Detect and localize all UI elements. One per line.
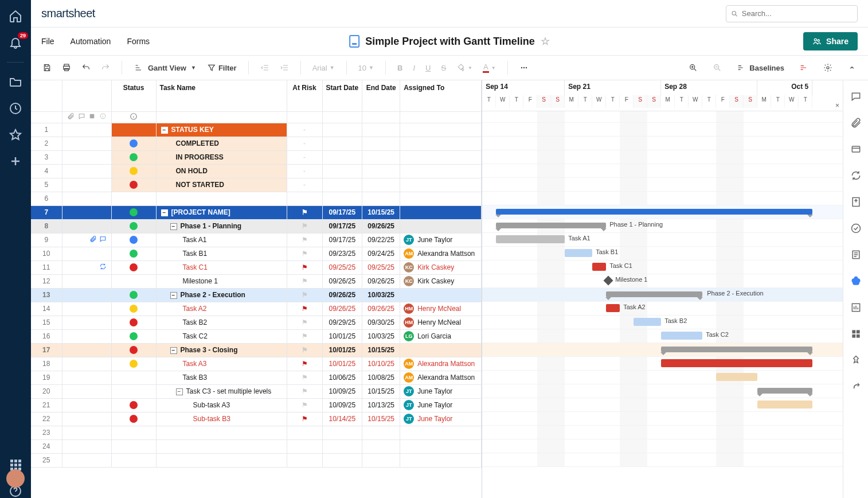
end-date-cell[interactable]: 10/15/25 bbox=[362, 384, 400, 398]
activity-log-icon[interactable] bbox=[850, 223, 862, 234]
gantt-row[interactable] bbox=[482, 192, 843, 205]
gantt-row[interactable]: Milestone 1 bbox=[482, 274, 843, 288]
gantt-row[interactable] bbox=[482, 343, 843, 357]
table-row[interactable]: 25 bbox=[31, 453, 482, 467]
gantt-bar[interactable] bbox=[496, 235, 565, 243]
end-date-cell[interactable]: 09/24/25 bbox=[362, 247, 400, 260]
underline-icon[interactable]: U bbox=[422, 60, 434, 76]
search-box[interactable] bbox=[726, 5, 858, 22]
start-date-cell[interactable]: 10/01/25 bbox=[322, 357, 362, 371]
gantt-row[interactable] bbox=[482, 137, 843, 150]
table-row[interactable]: 14Task A2⚑09/26/2509/26/25HMHenry McNeal bbox=[31, 302, 482, 316]
row-number[interactable]: 6 bbox=[31, 192, 62, 205]
more-icon[interactable] bbox=[516, 60, 532, 76]
start-date-cell[interactable]: 09/25/25 bbox=[322, 260, 362, 274]
share-button[interactable]: Share bbox=[803, 32, 858, 50]
start-date-cell[interactable] bbox=[322, 178, 362, 192]
gantt-row[interactable]: Phase 2 - Execution bbox=[482, 288, 843, 302]
menu-forms[interactable]: Forms bbox=[127, 37, 150, 46]
baselines-button[interactable]: Baselines bbox=[733, 60, 788, 76]
table-row[interactable]: 17−Phase 3 - Closing⚑10/01/2510/15/25 bbox=[31, 343, 482, 357]
row-number[interactable]: 7 bbox=[31, 205, 62, 219]
table-row[interactable]: 6 bbox=[31, 192, 482, 205]
start-date-cell[interactable] bbox=[322, 426, 362, 439]
milestone-marker[interactable] bbox=[604, 276, 613, 286]
row-number[interactable]: 20 bbox=[31, 384, 62, 398]
end-date-cell[interactable]: 09/26/25 bbox=[362, 219, 400, 233]
summary-icon[interactable] bbox=[850, 249, 862, 260]
gantt-row[interactable]: Phase 1 - Planning bbox=[482, 219, 843, 233]
gantt-row[interactable] bbox=[482, 453, 843, 467]
start-date-cell[interactable]: 09/26/25 bbox=[322, 302, 362, 316]
collapse-toggle[interactable]: − bbox=[170, 347, 177, 354]
grid-table[interactable]: Status Task Name At Risk Start Date End … bbox=[31, 80, 482, 468]
collapse-toggle[interactable]: − bbox=[170, 292, 177, 299]
resource-mgmt-icon[interactable] bbox=[850, 328, 862, 340]
row-number[interactable]: 24 bbox=[31, 439, 62, 453]
gantt-row[interactable] bbox=[482, 412, 843, 426]
save-icon[interactable] bbox=[39, 60, 55, 76]
start-date-cell[interactable] bbox=[322, 439, 362, 453]
row-number[interactable]: 17 bbox=[31, 343, 62, 357]
start-date-cell[interactable] bbox=[322, 123, 362, 137]
close-gantt-icon[interactable]: × bbox=[835, 102, 839, 110]
search-input[interactable] bbox=[742, 9, 853, 18]
table-row[interactable]: 16Task C2⚑10/01/2510/03/25LGLori Garcia bbox=[31, 329, 482, 343]
gantt-bar[interactable] bbox=[661, 332, 702, 340]
start-date-cell[interactable]: 10/09/25 bbox=[322, 384, 362, 398]
row-number[interactable]: 8 bbox=[31, 219, 62, 233]
gantt-row[interactable] bbox=[482, 384, 843, 398]
critical-path-icon[interactable] bbox=[796, 60, 812, 76]
row-number[interactable]: 11 bbox=[31, 260, 62, 274]
menu-file[interactable]: File bbox=[41, 37, 54, 46]
col-assigned[interactable]: Assigned To bbox=[400, 80, 482, 111]
zoom-in-icon[interactable] bbox=[685, 60, 701, 76]
start-date-cell[interactable] bbox=[322, 192, 362, 205]
gantt-bar[interactable] bbox=[661, 359, 812, 367]
collapse-toggle[interactable]: − bbox=[161, 127, 168, 134]
row-number[interactable]: 18 bbox=[31, 357, 62, 371]
gantt-bar[interactable] bbox=[716, 373, 757, 381]
table-row[interactable]: 13−Phase 2 - Execution⚑09/26/2510/03/25 bbox=[31, 288, 482, 302]
italic-icon[interactable]: I bbox=[409, 60, 419, 76]
gantt-bar[interactable] bbox=[606, 291, 702, 297]
notifications-icon[interactable]: 29 bbox=[9, 36, 22, 49]
gantt-row[interactable] bbox=[482, 439, 843, 453]
end-date-cell[interactable]: 10/10/25 bbox=[362, 357, 400, 371]
end-date-cell[interactable]: 10/13/25 bbox=[362, 398, 400, 412]
row-number[interactable]: 15 bbox=[31, 316, 62, 329]
table-row[interactable]: 5NOT STARTED- bbox=[31, 178, 482, 192]
gantt-chart[interactable]: Sep 14Sep 21Sep 28Oct 5TWTFSSMTWTFSSMTWT… bbox=[482, 80, 843, 498]
update-requests-icon[interactable] bbox=[850, 170, 862, 181]
table-row[interactable]: 12Milestone 1⚑09/26/2509/26/25KCKirk Cas… bbox=[31, 274, 482, 288]
gantt-row[interactable]: Task A1 bbox=[482, 233, 843, 247]
gantt-bar[interactable] bbox=[661, 347, 812, 352]
gantt-bar[interactable] bbox=[757, 400, 812, 408]
row-number[interactable]: 12 bbox=[31, 274, 62, 288]
row-number[interactable]: 23 bbox=[31, 426, 62, 439]
gantt-bar[interactable] bbox=[592, 263, 606, 271]
folder-icon[interactable] bbox=[9, 75, 22, 89]
gantt-row[interactable]: Task B1 bbox=[482, 247, 843, 260]
proofs-icon[interactable] bbox=[850, 143, 862, 155]
collapse-toggle[interactable]: − bbox=[170, 223, 177, 230]
favorite-star-icon[interactable]: ☆ bbox=[541, 35, 550, 48]
gantt-row[interactable] bbox=[482, 123, 843, 137]
conversations-icon[interactable] bbox=[850, 91, 862, 102]
col-risk[interactable]: At Risk bbox=[287, 80, 322, 111]
end-date-cell[interactable]: 10/15/25 bbox=[362, 205, 400, 219]
gantt-row[interactable]: Task B2 bbox=[482, 316, 843, 329]
gantt-row[interactable] bbox=[482, 164, 843, 178]
gantt-row[interactable] bbox=[482, 205, 843, 219]
table-row[interactable]: 7−[PROJECT NAME]⚑09/17/2510/15/25 bbox=[31, 205, 482, 219]
connect-icon[interactable] bbox=[850, 381, 862, 392]
gantt-bar[interactable] bbox=[496, 209, 812, 215]
home-icon[interactable] bbox=[9, 9, 22, 23]
start-date-cell[interactable]: 10/01/25 bbox=[322, 329, 362, 343]
gantt-row[interactable] bbox=[482, 150, 843, 164]
start-date-cell[interactable]: 09/23/25 bbox=[322, 247, 362, 260]
table-row[interactable]: 20−Task C3 - set multiple levels⚑10/09/2… bbox=[31, 384, 482, 398]
pin-icon[interactable] bbox=[850, 355, 862, 366]
table-row[interactable]: 10Task B1⚑09/23/2509/24/25AMAlexandra Ma… bbox=[31, 247, 482, 260]
fill-color-icon[interactable]: ▼ bbox=[453, 60, 476, 76]
